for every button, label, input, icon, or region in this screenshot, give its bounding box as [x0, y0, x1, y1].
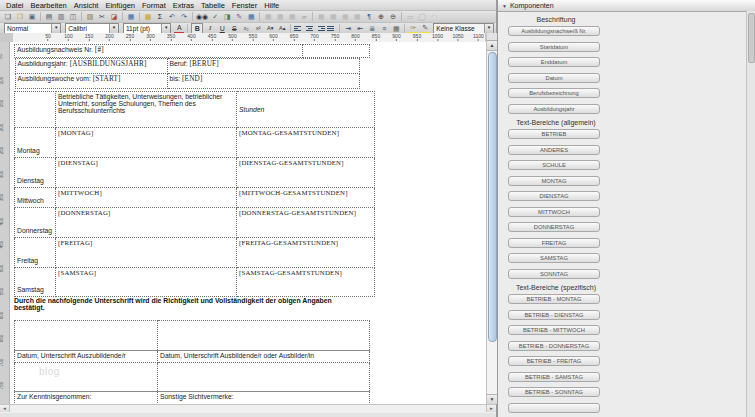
chevron-down-icon[interactable]: ▼ [51, 24, 60, 33]
scroll-up-button[interactable]: ▲ [487, 41, 497, 51]
field-shading-icon[interactable]: ▩ [143, 12, 153, 21]
align-right-button[interactable] [316, 24, 325, 33]
indent-increase-button[interactable]: ⇥ [343, 24, 353, 33]
copy-icon[interactable]: ◪ [109, 12, 119, 21]
menu-datei[interactable]: Datei [3, 1, 27, 10]
ruler-number: 900 [392, 33, 400, 41]
component-button-dienstag[interactable]: DIENSTAG [508, 191, 600, 201]
ruler-number: 1000 [432, 33, 443, 41]
ruler-number: 50 [0, 54, 3, 59]
print-icon[interactable]: ▤ [44, 12, 54, 21]
ruler-number: 950 [413, 33, 421, 41]
borders-button[interactable]: ▦ [391, 24, 401, 33]
zoom-in-icon[interactable]: ⊕ [376, 12, 386, 21]
menu-hilfe[interactable]: Hilfe [261, 1, 282, 10]
menu-einfügen[interactable]: Einfügen [102, 1, 138, 10]
table-format-icon[interactable]: ▦ [246, 12, 256, 21]
find-icon[interactable]: ◉◉ [196, 12, 208, 21]
component-button-partial[interactable] [508, 403, 600, 413]
chevron-down-icon[interactable]: ▼ [484, 24, 493, 33]
grow-font-button[interactable]: A▴ [277, 24, 287, 33]
toolbar-separator [139, 12, 140, 21]
chevron-down-icon[interactable]: ▼ [109, 24, 118, 33]
ruler-number: 400 [0, 217, 4, 225]
menu-tabelle[interactable]: Tabelle [198, 1, 228, 10]
component-button-samstag[interactable]: SAMSTAG [508, 253, 600, 263]
indent-decrease-button[interactable]: ⇤ [355, 24, 365, 33]
ruler-number: 150 [85, 33, 93, 41]
component-button-berufsbezeichnung[interactable]: Berufsbezeichnung [508, 88, 600, 98]
formatting-marks-icon[interactable]: ¶ [364, 12, 374, 21]
paste-icon[interactable]: ▨ [85, 12, 95, 21]
placeholder: [FREITAG-GESAMTSTUNDEN] [237, 238, 375, 268]
save-icon[interactable]: ▣ [27, 12, 37, 21]
strikethrough-button[interactable]: S [229, 24, 239, 33]
align-left-button[interactable] [294, 24, 303, 33]
document-page[interactable]: Ausbildungsnachweis Nr. [#] Ausbildungsj… [10, 42, 486, 404]
component-button-enddatum[interactable]: Enddatum [508, 57, 600, 67]
gallery-icon[interactable]: ◨ [222, 12, 232, 21]
sidebar-scroll-thumb[interactable] [748, 13, 755, 63]
scroll-right-button[interactable]: ► [486, 405, 496, 412]
shrink-font-button[interactable]: A▾ [265, 24, 275, 33]
component-button-donnerstag[interactable]: DONNERSTAG [508, 222, 600, 232]
component-button-schule[interactable]: SCHULE [508, 160, 600, 170]
print-preview-icon[interactable]: ◫ [68, 12, 78, 21]
component-button-freitag[interactable]: FREITAG [508, 238, 600, 248]
redo-icon[interactable]: ↷ [179, 12, 189, 21]
component-button-mittwoch[interactable]: MITTWOCH [508, 207, 600, 217]
superscript-button[interactable]: x² [253, 24, 263, 33]
align-center-button[interactable] [305, 24, 314, 33]
component-button-sonntag[interactable]: SONNTAG [508, 269, 600, 279]
component-button-betrieb[interactable]: BETRIEB [508, 129, 600, 139]
component-button-montag[interactable]: MONTAG [508, 176, 600, 186]
zoom-out-icon[interactable]: ⊖ [388, 12, 398, 21]
sum-icon[interactable]: Σ [155, 12, 165, 21]
draw-icon[interactable]: ✎ [234, 12, 244, 21]
italic-button[interactable]: I [205, 24, 215, 33]
component-button-startdatum[interactable]: Startdatum [508, 42, 600, 52]
disabled-tool-icon: ▦ [328, 12, 338, 21]
font-name-value: Calibri [68, 25, 109, 33]
week-header-activities: Betriebliche Tätigkeiten, Unterweisungen… [56, 92, 237, 128]
collapse-triangle-icon[interactable]: ▼ [502, 3, 507, 9]
spellcheck-icon[interactable]: ✓ [210, 12, 220, 21]
component-button-betrieb-donnerstag[interactable]: BETRIEB - DONNERSTAG [508, 341, 600, 351]
signature-cell [158, 321, 370, 351]
menu-fenster[interactable]: Fenster [229, 1, 260, 10]
bullet-list-button[interactable]: ≡ [379, 24, 389, 33]
numbered-list-button[interactable]: ≣ [367, 24, 377, 33]
scroll-down-button[interactable]: ▼ [487, 394, 497, 404]
component-button-betrieb-dienstag[interactable]: BETRIEB - DIENSTAG [508, 310, 600, 320]
section-label-beschriftung: Beschriftung [501, 16, 611, 23]
component-button-betrieb-samstag[interactable]: BETRIEB - SAMSTAG [508, 372, 600, 382]
export-icon[interactable]: ▥ [56, 12, 66, 21]
component-button-ausbildungsjahr[interactable]: Ausbildungsjahr [508, 104, 600, 114]
scroll-left-button[interactable]: ◄ [0, 405, 10, 412]
menu-bearbeiten[interactable]: Bearbeiten [28, 1, 70, 10]
subscript-button[interactable]: x₂ [241, 24, 251, 33]
component-button-betrieb-sonntag[interactable]: BETRIEB - SONNTAG [508, 387, 600, 397]
signature-cell [15, 363, 158, 392]
align-justify-button[interactable] [327, 24, 336, 33]
component-button-anderes[interactable]: ANDERES [508, 145, 600, 155]
menu-extras[interactable]: Extras [170, 1, 197, 10]
component-button-ausbildungsnachweiß-nr[interactable]: Ausbildungsnachweiß Nr. [508, 26, 600, 36]
menu-ansicht[interactable]: Ansicht [71, 1, 102, 10]
underline-button[interactable]: U [217, 24, 227, 33]
cut-icon[interactable]: ✂ [97, 12, 107, 21]
component-button-betrieb-montag[interactable]: BETRIEB - MONTAG [508, 294, 600, 304]
toolbar-separator [290, 24, 291, 33]
new-document-icon[interactable]: ❏ [3, 12, 13, 21]
insert-table-icon[interactable]: ▦ [126, 12, 136, 21]
component-button-datum[interactable]: Datum [508, 73, 600, 83]
undo-icon[interactable]: ↶ [167, 12, 177, 21]
menu-format[interactable]: Format [139, 1, 169, 10]
component-button-betrieb-mittwoch[interactable]: BETRIEB - MITTWOCH [508, 325, 600, 335]
chevron-down-icon[interactable]: ▼ [161, 24, 170, 33]
sidebar-scrollbar[interactable] [746, 11, 755, 417]
document-vertical-scrollbar[interactable]: ▲ ▼ [486, 33, 497, 404]
component-button-betrieb-freitag[interactable]: BETRIEB - FREITAG [508, 356, 600, 366]
scroll-thumb[interactable] [488, 52, 497, 342]
open-icon[interactable]: ❐ [15, 12, 25, 21]
